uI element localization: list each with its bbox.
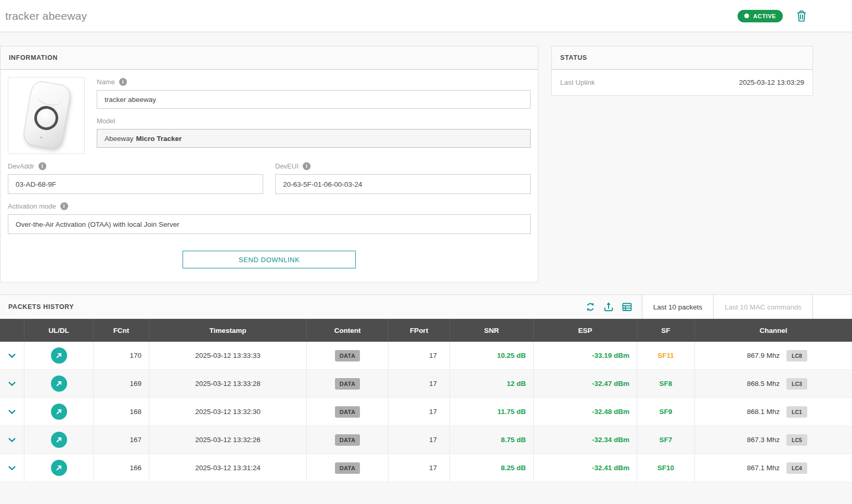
devaddr-label: DevAddr — [8, 162, 34, 170]
packet-row[interactable]: 170 2025-03-12 13:33:33 DATA 17 10.25 dB… — [0, 342, 852, 370]
channel-cell: 868.1 Mhz LC1 — [695, 398, 852, 425]
status-badge-label: ACTIVE — [753, 13, 776, 19]
status-badge: ACTIVE — [738, 10, 783, 22]
refresh-icon — [585, 302, 596, 312]
col-fcnt: FCnt — [94, 319, 149, 342]
refresh-button[interactable] — [585, 302, 596, 312]
packets-table-header: UL/DL FCnt Timestamp Content FPort SNR E… — [0, 319, 852, 342]
table-view-button[interactable] — [622, 302, 632, 312]
deveui-info-icon[interactable]: i — [303, 162, 311, 170]
frequency-value: 867.3 Mhz — [747, 436, 780, 444]
sf-cell: SF9 — [637, 398, 695, 425]
col-channel: Channel — [695, 319, 852, 342]
content-badge: DATA — [335, 378, 360, 390]
col-uldl: UL/DL — [24, 319, 94, 342]
expand-row-button[interactable] — [0, 370, 24, 397]
page-title: tracker abeeway — [5, 10, 87, 22]
uplink-arrow-icon — [51, 376, 67, 392]
tracker-arc — [35, 85, 65, 108]
delete-device-button[interactable] — [795, 9, 808, 23]
fcnt-cell: 170 — [94, 342, 149, 369]
status-dot-icon — [744, 14, 749, 18]
uplink-arrow-icon — [51, 460, 67, 476]
activation-mode-field[interactable] — [8, 214, 531, 234]
uldl-cell — [24, 454, 94, 482]
frequency-value: 867.1 Mhz — [747, 464, 780, 472]
model-field[interactable]: Abeeway Micro Tracker — [97, 129, 531, 148]
expand-row-button[interactable] — [0, 454, 24, 482]
devaddr-field[interactable] — [8, 174, 263, 194]
fport-cell: 17 — [389, 370, 450, 397]
expand-row-button[interactable] — [0, 342, 24, 369]
sf-cell: SF7 — [637, 426, 695, 454]
col-expand — [0, 319, 24, 342]
fcnt-cell: 169 — [94, 370, 149, 397]
export-button[interactable] — [603, 302, 614, 312]
activation-mode-info-icon[interactable]: i — [60, 202, 68, 210]
top-bar: tracker abeeway ACTIVE — [0, 0, 852, 32]
frequency-value: 868.1 Mhz — [747, 408, 780, 416]
channel-cell: 867.3 Mhz LC5 — [695, 426, 852, 454]
packets-history-title: PACKETS HISTORY — [0, 295, 74, 319]
content-cell: DATA — [307, 342, 389, 369]
devaddr-info-icon[interactable]: i — [38, 162, 46, 170]
table-icon — [622, 302, 632, 312]
lc-badge: LC1 — [786, 406, 807, 418]
col-timestamp: Timestamp — [149, 319, 307, 342]
timestamp-cell: 2025-03-12 13:32:26 — [149, 426, 307, 454]
timestamp-cell: 2025-03-12 13:33:28 — [149, 370, 307, 397]
esp-cell: -32.34 dBm — [534, 426, 637, 454]
status-panel-title: STATUS — [552, 46, 812, 70]
content-badge: DATA — [335, 406, 360, 418]
packet-row[interactable]: 169 2025-03-12 13:33:28 DATA 17 12 dB -3… — [0, 370, 852, 398]
chevron-down-icon — [7, 463, 17, 473]
packet-row[interactable]: 168 2025-03-12 13:32:30 DATA 17 11.75 dB… — [0, 398, 852, 426]
col-content: Content — [307, 319, 389, 342]
content-cell: DATA — [307, 426, 389, 454]
content-cell: DATA — [307, 370, 389, 397]
snr-cell: 8.25 dB — [450, 454, 534, 482]
snr-cell: 10.25 dB — [450, 342, 534, 369]
name-info-icon[interactable]: i — [119, 78, 127, 86]
last-uplink-value: 2025-03-12 13:03:29 — [739, 79, 804, 86]
chevron-down-icon — [7, 351, 17, 360]
send-downlink-button[interactable]: SEND DOWNLINK — [183, 251, 356, 268]
content-badge: DATA — [335, 350, 360, 361]
trash-icon — [795, 9, 808, 23]
chevron-down-icon — [7, 407, 17, 417]
model-label: Model — [97, 117, 115, 125]
model-name: Micro Tracker — [136, 135, 182, 143]
fport-cell: 17 — [389, 342, 450, 369]
esp-cell: -33.19 dBm — [534, 342, 637, 369]
esp-cell: -32.48 dBm — [534, 398, 637, 425]
uldl-cell — [24, 398, 94, 425]
tab-last-10-mac-commands[interactable]: Last 10 MAC commands — [714, 295, 813, 319]
col-fport: FPort — [389, 319, 450, 342]
frequency-value: 868.5 Mhz — [747, 380, 780, 387]
packet-row[interactable]: 167 2025-03-12 13:32:26 DATA 17 8.75 dB … — [0, 426, 852, 454]
channel-cell: 867.9 Mhz LC8 — [695, 342, 852, 369]
deveui-field[interactable] — [275, 174, 531, 194]
col-esp: ESP — [534, 319, 637, 342]
uplink-arrow-icon — [51, 347, 67, 364]
fport-cell: 17 — [389, 426, 450, 454]
uldl-cell — [24, 370, 94, 397]
name-label: Name — [97, 78, 115, 86]
content-cell: DATA — [307, 398, 389, 425]
expand-row-button[interactable] — [0, 398, 24, 425]
lc-badge: LC3 — [786, 378, 807, 390]
col-sf: SF — [637, 319, 695, 342]
packets-history-section: PACKETS HISTORY — [0, 294, 852, 504]
activation-mode-label: Activation mode — [8, 202, 56, 210]
packet-row[interactable]: 166 2025-03-12 13:31:24 DATA 17 8.25 dB … — [0, 454, 852, 482]
expand-row-button[interactable] — [0, 426, 24, 454]
timestamp-cell: 2025-03-12 13:32:30 — [149, 398, 307, 425]
content-cell: DATA — [307, 454, 389, 482]
tab-last-10-packets[interactable]: Last 10 packets — [642, 295, 714, 319]
channel-cell: 867.1 Mhz LC4 — [695, 454, 852, 482]
name-field[interactable] — [97, 90, 531, 109]
esp-cell: -32.47 dBm — [534, 370, 637, 397]
sf-cell: SF8 — [637, 370, 695, 397]
model-prefix: Abeeway — [105, 135, 134, 143]
lc-badge: LC4 — [786, 462, 807, 474]
